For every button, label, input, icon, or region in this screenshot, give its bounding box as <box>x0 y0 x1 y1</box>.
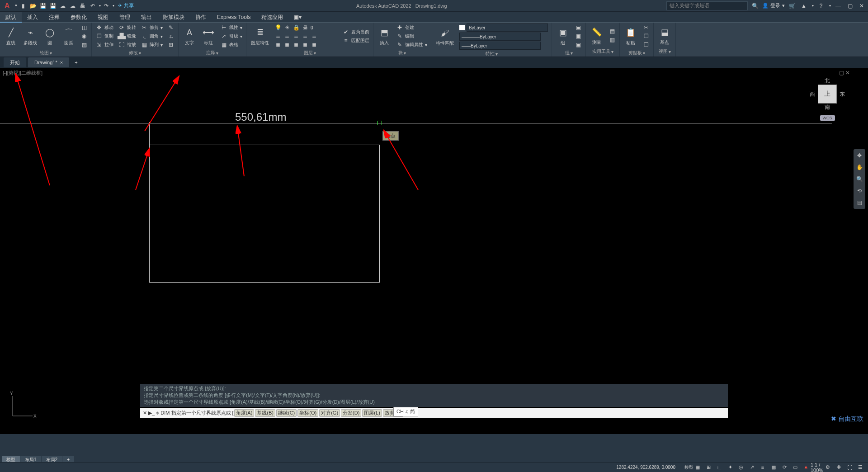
nav-showmotion-icon[interactable]: ▤ <box>855 198 864 207</box>
status-scale[interactable]: 1:1 / 100% <box>813 463 821 472</box>
util-s1[interactable]: ▤ <box>607 27 618 35</box>
table-button[interactable]: ▦表格 <box>218 41 244 49</box>
ime-indicator[interactable]: CH ♫ 简 <box>393 407 418 416</box>
viewcube[interactable]: 北 西 上 东 南 WCS <box>800 77 854 140</box>
color-select[interactable]: ByLayer <box>458 24 550 32</box>
tab-drawing1[interactable]: Drawing1* × <box>28 57 69 67</box>
tab-start[interactable]: 开始 <box>4 57 26 67</box>
layer-row2[interactable]: ≣≣≣≣≣ <box>273 32 340 40</box>
ortho-toggle-icon[interactable]: ∟ <box>715 463 723 472</box>
tab-view[interactable]: 视图 <box>92 12 114 23</box>
cut-button[interactable]: ✂ <box>641 24 651 32</box>
panel-layers-title[interactable]: 图层 <box>304 50 313 56</box>
autodesk-icon[interactable]: ▲ <box>799 1 808 10</box>
panel-clip-title[interactable]: 剪贴板 <box>628 50 642 56</box>
modify-small-3[interactable]: ⊞ <box>165 41 176 49</box>
save-icon[interactable]: 💾 <box>38 1 47 10</box>
dyn-input-icon[interactable]: ▭ <box>791 463 799 472</box>
lock-icon[interactable]: 🔒 <box>292 24 300 31</box>
copybase-button[interactable]: ❐ <box>641 41 651 49</box>
share-button[interactable]: ✈ 共享 <box>115 2 137 9</box>
sun-icon[interactable]: ☀ <box>283 24 291 31</box>
panel-draw-title[interactable]: 绘图 <box>40 50 49 56</box>
help-icon[interactable]: ? <box>816 1 826 10</box>
close-icon[interactable]: ✕ <box>857 1 866 10</box>
modify-small-2[interactable]: ⎌ <box>165 32 176 40</box>
new-tab-button[interactable]: + <box>71 57 81 67</box>
tab-manage[interactable]: 管理 <box>114 12 136 23</box>
draw-small-3[interactable]: ▧ <box>79 41 90 49</box>
circle-button[interactable]: ◯圆 <box>41 25 59 47</box>
status-plus-icon[interactable]: ✚ <box>835 463 843 472</box>
mirror-button[interactable]: ▟▙镜像 <box>116 32 138 40</box>
viewport-controls[interactable]: [-][俯视][二维线框] <box>3 70 42 76</box>
new-icon[interactable]: ▮ <box>19 1 28 10</box>
panel-group-title[interactable]: 组 <box>565 50 570 56</box>
wcs-button[interactable]: WCS <box>820 115 835 121</box>
redo-icon[interactable]: ↷ <box>102 1 111 10</box>
modify-small-1[interactable]: ✎ <box>165 24 176 32</box>
snap-toggle-icon[interactable]: ⊞ <box>704 463 712 472</box>
open-icon[interactable]: 📂 <box>28 1 38 10</box>
edit-block-button[interactable]: ✎编辑 <box>394 32 429 40</box>
copy-button[interactable]: ❐复制 <box>94 32 115 40</box>
copyclip-button[interactable]: ❐ <box>641 32 651 40</box>
tab-expresstools[interactable]: Express Tools <box>212 12 256 23</box>
cart-icon[interactable]: 🛒 <box>788 1 797 10</box>
dim-button[interactable]: ⟷标注 <box>199 25 217 47</box>
viewport-min-icon[interactable]: — ▢ ✕ <box>832 70 850 76</box>
cmd-close-icon[interactable]: ✕ <box>143 410 147 416</box>
grid-toggle-icon[interactable]: ▦ <box>693 463 702 472</box>
tab-more-icon[interactable]: ▣▾ <box>288 12 307 23</box>
leader-button[interactable]: ↗引线 ▾ <box>218 32 244 40</box>
ucs-icon[interactable]: YX <box>8 393 35 421</box>
group-s3[interactable]: ▣ <box>573 41 584 49</box>
cloud-save-icon[interactable]: ☁ <box>68 1 77 10</box>
saveas-icon[interactable]: 💾 <box>48 1 57 10</box>
layer-row3[interactable]: ≣≣≣≣≣ <box>273 41 340 49</box>
panel-modify-title[interactable]: 修改 <box>129 50 138 56</box>
bulb-icon[interactable]: 💡 <box>274 24 282 31</box>
plot-layer-icon[interactable]: 🖶 <box>302 24 309 31</box>
command-line[interactable]: ✕ ▶_ ⎆ DIM 指定第一个尺寸界线原点或 [ 角度(A) 基线(B) 继续… <box>140 408 728 418</box>
cloud-open-icon[interactable]: ☁ <box>58 1 67 10</box>
fillet-button[interactable]: ◟圆角 ▾ <box>139 32 165 40</box>
setcurrent-button[interactable]: ✔置为当前 <box>340 28 371 36</box>
minimize-icon[interactable]: — <box>834 1 843 10</box>
arc-button[interactable]: ⌒圆弧 <box>60 25 78 47</box>
polar-toggle-icon[interactable]: ✦ <box>726 463 734 472</box>
undo-icon[interactable]: ↶ <box>88 1 97 10</box>
tab-insert[interactable]: 插入 <box>22 12 43 23</box>
tab-collab[interactable]: 协作 <box>190 12 212 23</box>
tab-default[interactable]: 默认 <box>0 12 22 23</box>
cycling-icon[interactable]: ⟳ <box>780 463 788 472</box>
nav-zoom-icon[interactable]: 🔍 <box>855 175 864 184</box>
editattr-button[interactable]: ✎编辑属性 ▾ <box>394 41 429 49</box>
matchprop-button[interactable]: 🖌特性匹配 <box>433 26 457 47</box>
search-icon[interactable]: 🔍 <box>750 1 760 10</box>
coords-readout[interactable]: 1282.4224, 902.6289, 0.0000 <box>616 465 675 470</box>
linetype-select[interactable]: —— ByLayer <box>458 42 550 50</box>
matchlayer-button[interactable]: ≡匹配图层 <box>340 37 371 45</box>
app-logo[interactable]: A <box>2 2 13 10</box>
panel-util-title[interactable]: 实用工具 <box>592 48 610 55</box>
polyline-button[interactable]: ⌁多段线 <box>21 25 40 47</box>
help-search-input[interactable]: 键入关键字或短语 <box>666 1 748 10</box>
line-button[interactable]: ╱直线 <box>2 25 20 47</box>
panel-block-title[interactable]: 块 <box>398 50 403 56</box>
linear-button[interactable]: ⊢线性 ▾ <box>218 24 244 32</box>
panel-annot-title[interactable]: 注释 <box>206 50 215 56</box>
login-button[interactable]: 👤 登录 ▾ <box>762 2 785 9</box>
panel-prop-title[interactable]: 特性 <box>486 51 495 57</box>
scale-button[interactable]: ⛶缩放 <box>116 41 138 49</box>
nav-orbit-icon[interactable]: ⟲ <box>855 186 864 195</box>
cmd-run-icon[interactable]: ▶_ <box>148 410 155 416</box>
tab-annotate[interactable]: 注释 <box>43 12 65 23</box>
group-s2[interactable]: ▣ <box>573 32 584 40</box>
panel-view-title[interactable]: 视图 <box>659 48 668 55</box>
tab-addins[interactable]: 附加模块 <box>157 12 190 23</box>
nav-pan-icon[interactable]: ✋ <box>855 163 864 172</box>
lineweight-select[interactable]: ———— ByLayer <box>458 33 550 41</box>
gear-icon[interactable]: ⚙ <box>824 463 832 472</box>
maximize-icon[interactable]: ▢ <box>845 1 854 10</box>
